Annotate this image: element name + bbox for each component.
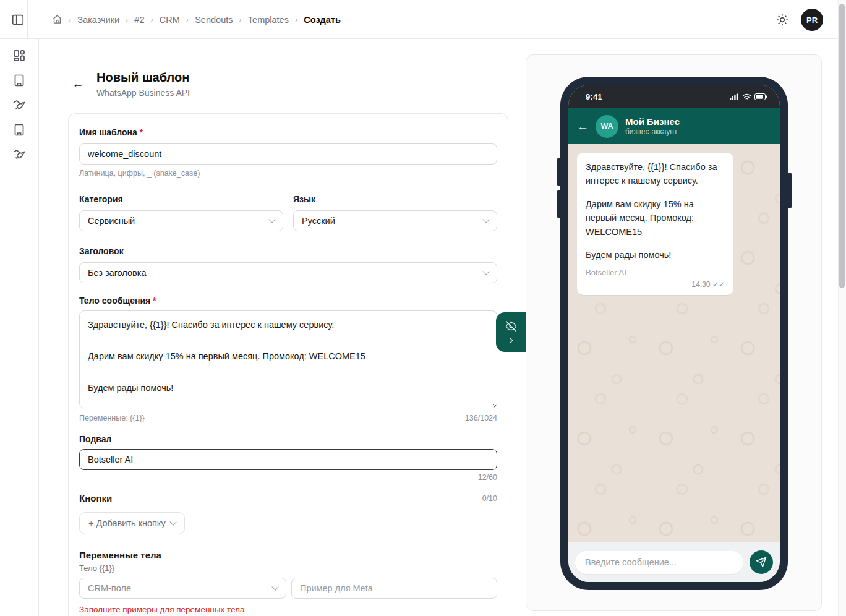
- chat-header: ← WA Мой Бизнес бизнес-аккаунт: [568, 108, 780, 144]
- required-asterisk: *: [140, 127, 143, 137]
- footer-input[interactable]: [79, 449, 497, 470]
- user-avatar[interactable]: PR: [801, 9, 823, 31]
- battery-icon: [754, 93, 767, 100]
- signal-icon: [730, 93, 739, 100]
- buttons-counter: 0/10: [482, 494, 497, 503]
- chevron-down-icon: [271, 583, 278, 590]
- body-counter: 136/1024: [465, 413, 497, 423]
- language-label: Язык: [293, 193, 497, 205]
- header-select[interactable]: Без заголовка: [79, 262, 497, 283]
- template-name-input[interactable]: [79, 143, 497, 165]
- double-check-icon: ✓✓: [712, 280, 725, 289]
- breadcrumb-item-number[interactable]: #2: [134, 15, 144, 25]
- sidebar-item-company[interactable]: [12, 73, 27, 88]
- template-name-hint: Латиница, цифры, _ (snake_case): [79, 168, 497, 178]
- breadcrumb-separator: ›: [69, 15, 71, 24]
- home-icon[interactable]: [52, 14, 62, 25]
- chat-avatar: WA: [596, 115, 618, 138]
- chat-back-arrow-icon: ←: [577, 121, 589, 132]
- theme-toggle-button[interactable]: [776, 13, 789, 27]
- category-select[interactable]: Сервисный: [79, 210, 283, 231]
- variables-error-message: Заполните примеры для переменных тела: [79, 605, 497, 615]
- breadcrumb-item-create: Создать: [304, 15, 341, 25]
- sidebar-item-partners[interactable]: [12, 98, 27, 113]
- message-paragraph: Будем рады помочь!: [586, 248, 725, 262]
- phone-screen: 9:41 ← WA Мой Бизнес: [568, 85, 780, 582]
- building-icon: [12, 122, 27, 137]
- chevron-down-icon: [169, 518, 176, 525]
- message-bubble: Здравствуйте, {{1}}! Спасибо за интерес …: [577, 153, 733, 295]
- variable-item-label: Тело {{1}}: [79, 563, 497, 574]
- wifi-icon: [742, 93, 751, 100]
- required-asterisk: *: [153, 296, 156, 306]
- chevron-down-icon: [482, 268, 489, 275]
- breadcrumb: › Заказчики › #2 › CRM › Sendouts › Temp…: [52, 0, 341, 39]
- message-meta: 14:30 ✓✓: [586, 279, 725, 290]
- breadcrumb-separator: ›: [239, 15, 241, 24]
- chat-composer: [568, 542, 780, 582]
- breadcrumb-item-crm[interactable]: CRM: [160, 15, 180, 25]
- body-label: Тело сообщения *: [79, 294, 497, 307]
- dashboard-icon: [12, 48, 27, 63]
- page-title: Новый шаблон: [96, 71, 189, 85]
- breadcrumb-item-sendouts[interactable]: Sendouts: [195, 15, 233, 25]
- footer-label: Подвал: [79, 433, 497, 445]
- breadcrumb-separator: ›: [186, 15, 189, 24]
- header-label: Заголовок: [79, 245, 497, 257]
- chat-area: Здравствуйте, {{1}}! Спасибо за интерес …: [568, 144, 780, 542]
- arrow-left-icon: ←: [72, 77, 84, 90]
- category-label: Категория: [79, 193, 283, 205]
- panel-left-icon: [11, 13, 25, 27]
- send-icon: [756, 557, 767, 568]
- breadcrumb-separator: ›: [150, 15, 153, 24]
- sidebar-item-company-2[interactable]: [12, 122, 27, 137]
- language-value: Русский: [302, 216, 335, 226]
- body-variables-title: Переменные тела: [79, 549, 497, 562]
- sidebar-item-partners-2[interactable]: [12, 147, 27, 162]
- sidebar-item-dashboard[interactable]: [12, 48, 27, 63]
- back-button[interactable]: ←: [70, 77, 85, 92]
- building-icon: [12, 73, 27, 88]
- body-textarea[interactable]: Здравствуйте, {{1}}! Спасибо за интерес …: [79, 310, 497, 408]
- breadcrumb-item-templates[interactable]: Templates: [248, 15, 289, 25]
- preview-panel: 9:41 ← WA Мой Бизнес: [526, 54, 822, 611]
- chevron-right-icon: [507, 336, 515, 344]
- breadcrumb-separator: ›: [295, 15, 297, 24]
- chat-subtitle: бизнес-аккаунт: [625, 127, 680, 137]
- topbar: › Заказчики › #2 › CRM › Sendouts › Temp…: [0, 0, 846, 39]
- phone-mockup: 9:41 ← WA Мой Бизнес: [560, 77, 788, 590]
- page-scrollbar: [838, 0, 846, 616]
- footer-counter: 12/60: [79, 473, 497, 482]
- message-time: 14:30: [692, 280, 711, 289]
- icon-rail: [0, 39, 39, 616]
- message-footer-text: Botseller AI: [586, 267, 725, 278]
- add-button-label: + Добавить кнопку: [88, 518, 166, 528]
- send-button: [750, 550, 773, 574]
- scrollbar-thumb[interactable]: [839, 4, 845, 288]
- handshake-icon: [12, 147, 27, 162]
- chat-message-input: [575, 551, 743, 574]
- phone-status-bar: 9:41: [568, 85, 780, 108]
- status-time: 9:41: [586, 92, 602, 101]
- template-name-label: Имя шаблона *: [79, 126, 497, 139]
- buttons-section-label: Кнопки: [79, 492, 112, 505]
- hide-preview-toggle[interactable]: [496, 312, 526, 352]
- breadcrumb-item-customers[interactable]: Заказчики: [77, 15, 119, 25]
- category-value: Сервисный: [88, 216, 135, 226]
- crm-field-select[interactable]: CRM-поле: [79, 578, 286, 599]
- language-select[interactable]: Русский: [293, 210, 497, 231]
- page-subtitle: WhatsApp Business API: [96, 88, 190, 98]
- template-form-card: Имя шаблона * Латиница, цифры, _ (snake_…: [68, 113, 508, 616]
- eye-off-icon: [505, 320, 517, 332]
- chevron-down-icon: [268, 216, 275, 223]
- add-button-button[interactable]: + Добавить кнопку: [79, 512, 185, 534]
- handshake-icon: [12, 98, 27, 113]
- sidebar-collapse-button[interactable]: [11, 13, 25, 27]
- meta-example-input[interactable]: [291, 578, 497, 599]
- message-paragraph: Здравствуйте, {{1}}! Спасибо за интерес …: [586, 160, 725, 188]
- chevron-down-icon: [482, 216, 489, 223]
- body-variables-hint: Переменные: {{1}}: [79, 413, 145, 423]
- header-value: Без заголовка: [88, 268, 146, 278]
- crm-field-placeholder: CRM-поле: [88, 583, 131, 593]
- topbar-divider: [27, 0, 28, 39]
